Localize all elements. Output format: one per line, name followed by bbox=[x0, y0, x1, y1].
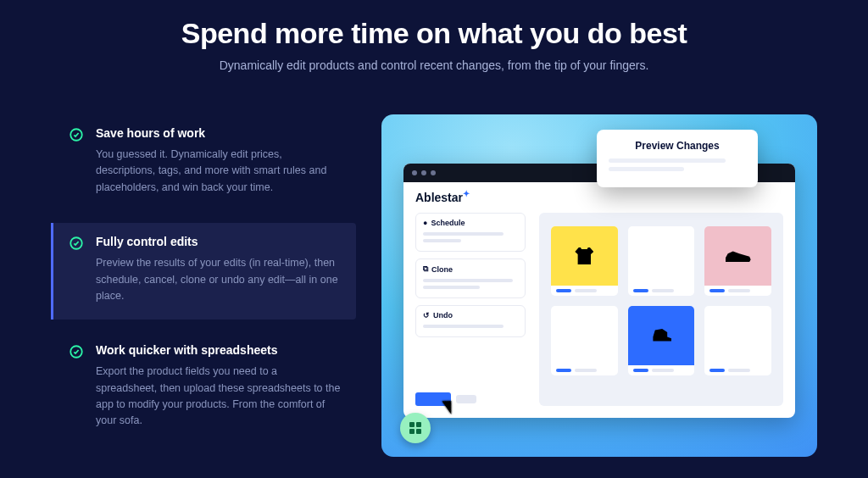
feature-body: You guessed it. Dynamically edit prices,… bbox=[96, 147, 341, 196]
dot-icon: ● bbox=[423, 219, 427, 227]
check-circle-icon bbox=[69, 235, 84, 304]
shoe-icon bbox=[704, 226, 771, 286]
side-item-undo[interactable]: ↺Undo bbox=[415, 305, 526, 337]
product-grid bbox=[539, 213, 783, 406]
side-item-label: Undo bbox=[433, 311, 453, 320]
side-item-schedule[interactable]: ●Schedule bbox=[415, 213, 526, 252]
product-card[interactable] bbox=[628, 306, 695, 375]
placeholder-bar bbox=[609, 158, 726, 163]
fab-grid-button[interactable] bbox=[400, 413, 431, 443]
feature-save-hours[interactable]: Save hours of work You guessed it. Dynam… bbox=[51, 114, 356, 211]
product-card[interactable] bbox=[551, 226, 618, 296]
product-card[interactable] bbox=[628, 226, 695, 296]
empty-thumb bbox=[704, 306, 771, 365]
side-item-label: Clone bbox=[431, 265, 453, 274]
grid-icon bbox=[409, 422, 421, 434]
window-dot-icon bbox=[421, 170, 426, 175]
preview-changes-popover: Preview Changes bbox=[597, 130, 758, 187]
mock-browser: Preview Changes Ablestar✦ ●Schedule bbox=[403, 164, 795, 418]
side-item-label: Schedule bbox=[431, 219, 465, 227]
mock-primary-button[interactable] bbox=[415, 392, 451, 406]
feature-title: Save hours of work bbox=[96, 126, 341, 140]
product-card[interactable] bbox=[551, 306, 618, 375]
empty-thumb bbox=[628, 226, 695, 286]
feature-spreadsheets[interactable]: Work quicker with spreadsheets Export th… bbox=[51, 331, 356, 445]
star-icon: ✦ bbox=[463, 189, 470, 198]
check-circle-icon bbox=[69, 126, 84, 196]
cap-icon bbox=[628, 306, 695, 365]
hero-title: Spend more time on what you do best bbox=[51, 17, 817, 50]
mock-secondary-button[interactable] bbox=[456, 395, 476, 403]
empty-thumb bbox=[551, 306, 618, 365]
preview-title: Preview Changes bbox=[609, 140, 746, 152]
illustration-panel: Preview Changes Ablestar✦ ●Schedule bbox=[381, 114, 817, 457]
undo-icon: ↺ bbox=[423, 311, 430, 320]
feature-body: Export the product fields you need to a … bbox=[96, 364, 341, 430]
tshirt-icon bbox=[551, 226, 618, 286]
feature-title: Fully control edits bbox=[96, 235, 341, 248]
product-card[interactable] bbox=[704, 226, 771, 296]
side-item-clone[interactable]: ⧉Clone bbox=[415, 258, 526, 298]
brand-text: Ablestar bbox=[415, 191, 463, 204]
cursor-icon bbox=[442, 397, 457, 414]
feature-control-edits[interactable]: Fully control edits Preview the results … bbox=[51, 223, 356, 320]
window-dot-icon bbox=[412, 170, 417, 175]
feature-body: Preview the results of your edits (in re… bbox=[96, 255, 341, 304]
product-card[interactable] bbox=[704, 306, 771, 375]
mock-sidebar: ●Schedule ⧉Clone ↺Undo bbox=[415, 213, 526, 406]
window-dot-icon bbox=[431, 170, 436, 175]
check-circle-icon bbox=[69, 343, 84, 430]
feature-list: Save hours of work You guessed it. Dynam… bbox=[51, 114, 356, 457]
feature-title: Work quicker with spreadsheets bbox=[96, 343, 341, 357]
mock-action-row bbox=[415, 389, 526, 406]
placeholder-bar bbox=[609, 167, 684, 171]
hero-subtitle: Dynamically edit products and control re… bbox=[51, 58, 817, 72]
clone-icon: ⧉ bbox=[423, 264, 428, 274]
